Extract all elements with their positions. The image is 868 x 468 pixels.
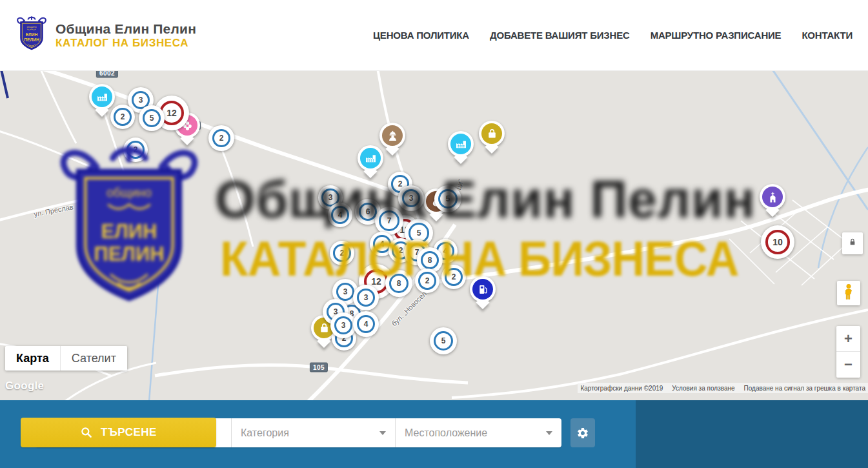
- cluster-count: 8: [397, 279, 401, 288]
- cluster-count: 3: [139, 96, 143, 105]
- search-button[interactable]: ТЪРСЕНЕ: [21, 418, 216, 447]
- search-button-panel: [636, 400, 868, 468]
- cluster-count: 5: [446, 194, 450, 203]
- cluster-count: 3: [341, 321, 346, 330]
- map[interactable]: 6002105ул. Преславбул. „Новоселци“ 12325…: [0, 71, 868, 400]
- cluster-marker-2[interactable]: 2: [110, 105, 135, 129]
- map-type-control: Карта Сателит: [5, 346, 127, 371]
- cluster-count: 8: [428, 256, 432, 265]
- nav-item-route-schedule[interactable]: МАРШРУТНО РАЗПИСАНИЕ: [651, 30, 782, 41]
- svg-text:ПЕЛИН: ПЕЛИН: [24, 37, 39, 41]
- svg-text:общино: общино: [26, 25, 37, 28]
- header: общино ЕЛИН ПЕЛИН Община Елин Пелин КАТА…: [0, 0, 868, 71]
- lock-icon: [847, 237, 858, 250]
- site-subtitle: КАТАЛОГ НА БИЗНЕСА: [56, 37, 196, 50]
- pegman-control[interactable]: [837, 281, 860, 305]
- location-placeholder: Местоположение: [405, 427, 487, 439]
- cluster-count: 2: [134, 145, 138, 154]
- terms-link[interactable]: Условия за ползване: [672, 385, 734, 392]
- page: общино ЕЛИН ПЕЛИН Община Елин Пелин КАТА…: [0, 0, 868, 468]
- cluster-marker-2[interactable]: 2: [330, 241, 354, 265]
- cluster-count: 3: [343, 287, 348, 296]
- cluster-marker-2[interactable]: 2: [208, 125, 234, 151]
- cluster-count: 5: [441, 336, 446, 345]
- cluster-count: 12: [371, 276, 381, 287]
- map-type-map-button[interactable]: Карта: [5, 346, 60, 371]
- gear-icon: [576, 427, 589, 440]
- report-error-link[interactable]: Подаване на сигнал за грешка в картата: [744, 385, 865, 392]
- nav-item-pricing[interactable]: ЦЕНОВА ПОЛИТИКА: [373, 30, 469, 41]
- cluster-marker-2[interactable]: 2: [415, 269, 439, 293]
- municipality-logo[interactable]: общино ЕЛИН ПЕЛИН: [15, 14, 48, 57]
- cluster-count: 3: [328, 193, 333, 202]
- cluster-marker-5[interactable]: 5: [139, 105, 165, 131]
- main-nav: ЦЕНОВА ПОЛИТИКАДОБАВЕТЕ ВАШИЯТ БИЗНЕСМАР…: [373, 30, 853, 41]
- zoom-out-button[interactable]: −: [836, 352, 860, 378]
- category-placeholder: Категория: [241, 427, 289, 439]
- cluster-count: 5: [417, 229, 421, 238]
- cluster-marker-2[interactable]: 2: [123, 137, 148, 162]
- cluster-count: 5: [150, 114, 154, 123]
- cluster-count: 10: [772, 237, 783, 247]
- cluster-count: 2: [340, 249, 345, 258]
- map-clusters-layer: 12325222335461375427482212828233334510: [0, 71, 868, 400]
- site-title: Община Елин Пелин: [56, 21, 196, 37]
- svg-text:ЕЛИН: ЕЛИН: [26, 32, 38, 37]
- cluster-count: 2: [121, 112, 125, 121]
- advanced-search-button[interactable]: [570, 418, 595, 447]
- zoom-in-button[interactable]: +: [836, 326, 860, 352]
- search-bar: Категория Местоположение ТЪРСЕНЕ: [0, 400, 868, 468]
- cluster-count: 12: [167, 108, 177, 118]
- lock-control[interactable]: [842, 232, 863, 254]
- cluster-marker-8[interactable]: 8: [385, 270, 412, 297]
- pegman-icon: [842, 283, 856, 303]
- cluster-count: 4: [380, 239, 385, 249]
- search-icon: [80, 426, 93, 439]
- attribution-copyright: Картографски данни ©2019: [580, 385, 663, 392]
- cluster-count: 6: [366, 207, 370, 216]
- cluster-count: 3: [409, 194, 414, 203]
- cluster-marker-4[interactable]: 4: [353, 311, 379, 337]
- category-select[interactable]: Категория: [231, 418, 395, 447]
- brand: Община Елин Пелин КАТАЛОГ НА БИЗНЕСА: [56, 21, 196, 50]
- chevron-down-icon: [379, 431, 386, 435]
- search-button-label: ТЪРСЕНЕ: [101, 426, 157, 439]
- cluster-count: 2: [399, 246, 403, 255]
- cluster-marker-5[interactable]: 5: [430, 327, 457, 354]
- cluster-count: 2: [452, 272, 456, 281]
- cluster-marker-2[interactable]: 2: [441, 265, 466, 289]
- cluster-count: 7: [387, 216, 392, 225]
- cluster-marker-5[interactable]: 5: [434, 185, 461, 212]
- nav-item-contacts[interactable]: КОНТАКТИ: [802, 30, 853, 41]
- cluster-count: 2: [219, 134, 224, 143]
- cluster-count: 2: [425, 276, 430, 285]
- chevron-down-icon: [546, 431, 552, 435]
- cluster-marker-3[interactable]: 3: [330, 312, 356, 338]
- cluster-marker-3[interactable]: 3: [353, 285, 379, 310]
- cluster-marker-7[interactable]: 7: [375, 207, 403, 235]
- cluster-count: 2: [398, 179, 403, 188]
- google-logo[interactable]: Google: [5, 380, 44, 392]
- cluster-count: 4: [443, 247, 448, 256]
- cluster-count: 4: [338, 210, 343, 219]
- cluster-marker-4[interactable]: 4: [328, 203, 352, 227]
- zoom-control: + −: [836, 326, 860, 378]
- cluster-count: 3: [364, 293, 368, 302]
- nav-item-add-business[interactable]: ДОБАВЕТЕ ВАШИЯТ БИЗНЕС: [490, 30, 630, 41]
- map-type-satellite-button[interactable]: Сателит: [60, 346, 127, 371]
- cluster-marker-10[interactable]: 10: [761, 225, 794, 259]
- cluster-marker-3[interactable]: 3: [398, 185, 424, 211]
- location-select[interactable]: Местоположение: [395, 418, 561, 447]
- map-attribution: Картографски данни ©2019 Условия за полз…: [578, 383, 868, 393]
- cluster-count: 4: [364, 320, 368, 329]
